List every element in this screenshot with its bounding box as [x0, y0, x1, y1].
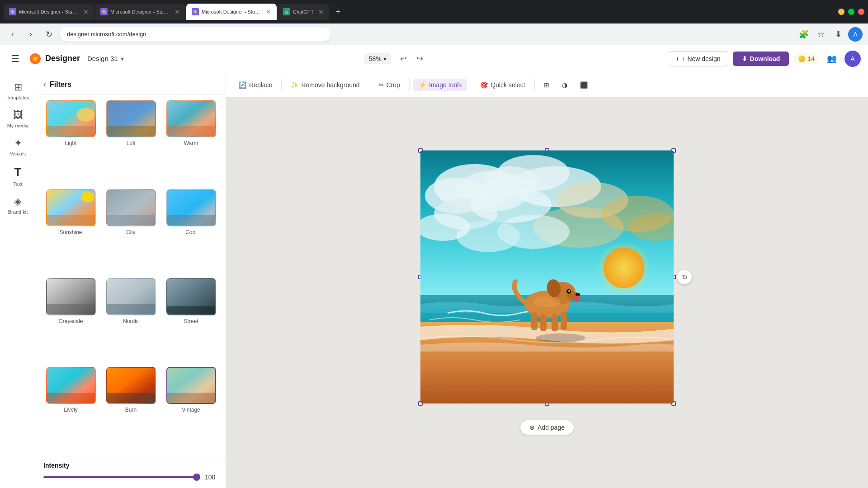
tab-favicon-4: 🤖	[283, 8, 290, 15]
share-button[interactable]: 👥	[824, 51, 840, 67]
filter-label-light: Light	[65, 140, 76, 146]
replace-button[interactable]: 🔄 Replace	[233, 79, 278, 91]
svg-rect-28	[167, 393, 216, 404]
sidebar-item-my-media[interactable]: 🖼 My media	[2, 106, 34, 132]
sidebar-item-text-label: Text	[13, 181, 22, 187]
address-input[interactable]	[60, 27, 331, 42]
extra-tool-2-icon: ◑	[562, 81, 567, 89]
filter-item-city[interactable]: City	[104, 189, 158, 273]
maximize-button[interactable]	[848, 9, 854, 15]
filter-thumb-nordic	[106, 278, 156, 315]
new-design-button[interactable]: + + New design	[668, 51, 728, 66]
filter-label-city: City	[126, 229, 136, 235]
zoom-control[interactable]: 58% ▾	[364, 53, 391, 64]
profile-button[interactable]: A	[848, 27, 863, 42]
filter-item-sunshine[interactable]: Sunshine	[43, 189, 98, 273]
download-button[interactable]: ⬇ Download	[733, 52, 789, 66]
filter-item-burn[interactable]: Burn	[104, 367, 158, 450]
toolbar-separator-5	[534, 79, 535, 91]
filter-item-warm[interactable]: Warm	[164, 100, 218, 184]
tab-close-2[interactable]: ✕	[175, 8, 180, 15]
filter-item-lively[interactable]: Lively	[43, 367, 98, 450]
tab-title-2: Microsoft Designer - Stunning	[110, 9, 170, 14]
browser-tab-2[interactable]: 🎨 Microsoft Designer - Stunning ✕	[95, 4, 185, 20]
extensions-button[interactable]: 🧩	[797, 27, 811, 42]
filter-item-street[interactable]: Street	[164, 278, 218, 362]
filter-item-grayscale[interactable]: Grayscale	[43, 278, 98, 362]
filters-grid: Light Lofi	[36, 95, 226, 456]
filter-item-lofi[interactable]: Lofi	[104, 100, 158, 184]
filter-item-light[interactable]: Light	[43, 100, 98, 184]
browser-tab-3[interactable]: 🎨 Microsoft Designer - Stunning ✕	[186, 4, 277, 20]
app-main: ⊞ Templates 🖼 My media ✦ Visuals T Text …	[0, 72, 868, 488]
refresh-button[interactable]: ↻	[42, 27, 56, 42]
new-tab-button[interactable]: +	[332, 5, 344, 18]
filter-label-vintage: Vintage	[182, 407, 200, 413]
redo-button[interactable]: ↪	[413, 52, 427, 66]
sidebar-item-brand-kit[interactable]: ◈ Brand kit	[2, 192, 34, 218]
sidebar-item-text[interactable]: T Text	[2, 162, 34, 190]
coin-badge: 🪙 14	[793, 53, 819, 64]
sidebar-item-visuals[interactable]: ✦ Visuals	[2, 134, 34, 160]
app-logo[interactable]: Designer	[29, 52, 80, 65]
filter-label-grayscale: Grayscale	[58, 318, 83, 324]
filter-thumb-sunshine	[46, 189, 96, 226]
filter-thumb-warm	[166, 100, 216, 137]
canvas-scroll[interactable]: ↻	[226, 98, 868, 488]
visuals-icon: ✦	[14, 137, 22, 149]
filter-item-nordic[interactable]: Nordic	[104, 278, 158, 362]
favorites-button[interactable]: ☆	[814, 27, 828, 42]
minimize-button[interactable]	[838, 9, 844, 15]
image-tools-button[interactable]: ⚡ Image tools	[413, 79, 467, 91]
quick-select-button[interactable]: 🎯 Quick select	[475, 79, 530, 91]
svg-rect-22	[167, 306, 216, 315]
image-tools-icon: ⚡	[419, 81, 426, 89]
browser-tab-1[interactable]: 🎨 Microsoft Designer - Stunning ✕	[4, 4, 94, 20]
app-topbar: ☰ Designer Design 31 ▾ 58% ▾ ↩ ↪	[0, 45, 868, 72]
toolbar-separator-1	[281, 79, 282, 91]
rotate-button[interactable]: ↻	[677, 270, 692, 284]
tab-close-4[interactable]: ✕	[318, 8, 324, 15]
design-title-chevron-icon[interactable]: ▾	[121, 55, 124, 62]
sidebar-item-brand-kit-label: Brand kit	[8, 209, 28, 215]
filters-back-button[interactable]: ‹	[43, 80, 46, 89]
svg-point-2	[33, 57, 37, 61]
undo-button[interactable]: ↩	[396, 52, 411, 66]
filter-thumb-street	[166, 278, 216, 315]
tab-close-1[interactable]: ✕	[83, 8, 89, 15]
svg-rect-9	[167, 126, 216, 137]
back-button[interactable]: ‹	[5, 27, 20, 42]
brand-kit-icon: ◈	[14, 196, 22, 207]
filters-panel: ‹ Filters Light	[36, 72, 226, 488]
hamburger-menu-button[interactable]: ☰	[7, 51, 24, 67]
sidebar-item-templates[interactable]: ⊞ Templates	[2, 78, 34, 104]
svg-rect-24	[47, 393, 96, 404]
svg-rect-58	[540, 314, 547, 331]
designer-logo-icon	[29, 52, 42, 65]
filter-item-cool[interactable]: Cool	[164, 189, 218, 273]
coin-icon: 🪙	[798, 55, 806, 62]
extra-tool-2-button[interactable]: ◑	[557, 79, 573, 91]
add-page-button[interactable]: ⊕ Add page	[520, 420, 574, 435]
close-button[interactable]	[858, 9, 864, 15]
downloads-button[interactable]: ⬇	[831, 27, 845, 42]
intensity-slider[interactable]	[43, 476, 200, 478]
canvas-area: 🔄 Replace ✨ Remove background ✂ Crop ⚡ I…	[226, 72, 868, 488]
forward-button[interactable]: ›	[24, 27, 38, 42]
extra-tool-3-button[interactable]: ⬛	[575, 79, 593, 91]
filter-preview-lofi	[107, 101, 156, 137]
browser-tab-4[interactable]: 🤖 ChatGPT ✕	[278, 4, 329, 20]
filter-preview-lively	[47, 368, 96, 404]
remove-background-button[interactable]: ✨ Remove background	[285, 79, 365, 91]
tab-close-3[interactable]: ✕	[266, 8, 271, 15]
templates-icon: ⊞	[14, 81, 22, 93]
extra-tool-1-button[interactable]: ⊞	[538, 79, 555, 91]
crop-button[interactable]: ✂ Crop	[373, 79, 406, 91]
quick-select-label: Quick select	[491, 81, 525, 89]
crop-icon: ✂	[378, 81, 384, 89]
filter-preview-cool	[167, 190, 216, 226]
filter-item-vintage[interactable]: Vintage	[164, 367, 218, 450]
remove-bg-icon: ✨	[291, 81, 298, 89]
extra-tool-1-icon: ⊞	[544, 81, 549, 89]
profile-button[interactable]: A	[844, 51, 861, 67]
